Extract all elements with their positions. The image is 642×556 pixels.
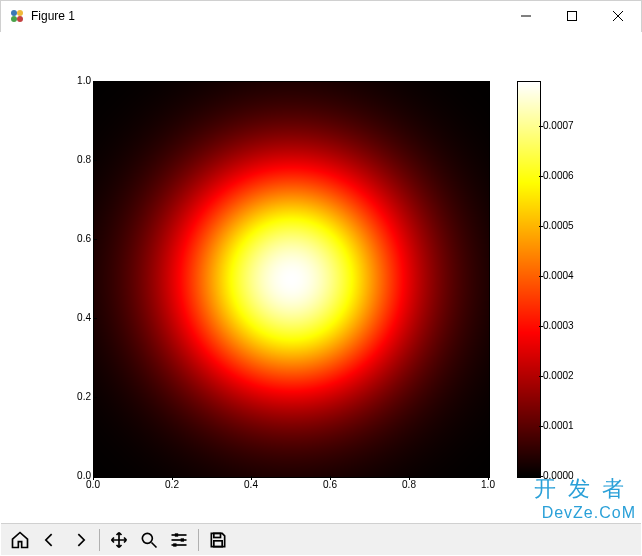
svg-rect-11 (175, 533, 178, 536)
y-tick-label: 1.0 (63, 75, 91, 86)
minimize-button[interactable] (503, 1, 549, 31)
home-icon (10, 530, 30, 550)
colorbar-tick-label: 0.0001 (543, 420, 574, 431)
y-tick-label: 0.8 (63, 154, 91, 165)
svg-rect-13 (181, 538, 184, 541)
minimize-icon (521, 11, 531, 21)
colorbar-tick-label: 0.0002 (543, 370, 574, 381)
window-title: Figure 1 (31, 9, 75, 23)
svg-rect-16 (214, 533, 221, 537)
colorbar-tick-label: 0.0005 (543, 220, 574, 231)
forward-icon (70, 530, 90, 550)
x-tick-label: 0.4 (231, 479, 271, 490)
svg-point-0 (11, 10, 17, 16)
figure-canvas: 0.00.20.40.60.81.0 0.00.20.40.60.81.0 0.… (1, 31, 641, 523)
window-buttons (503, 1, 641, 31)
sliders-icon (169, 530, 189, 550)
maximize-icon (567, 11, 577, 21)
nav-toolbar (1, 523, 641, 555)
app-icon (9, 8, 25, 24)
configure-button[interactable] (164, 526, 194, 554)
back-icon (40, 530, 60, 550)
colorbar-canvas (518, 82, 540, 477)
x-tick-label: 0.2 (152, 479, 192, 490)
home-button[interactable] (5, 526, 35, 554)
svg-point-2 (11, 16, 17, 22)
colorbar (517, 81, 541, 478)
colorbar-tick-label: 0.0006 (543, 170, 574, 181)
save-button[interactable] (203, 526, 233, 554)
svg-point-1 (17, 10, 23, 16)
zoom-icon (139, 530, 159, 550)
colorbar-tick-label: 0.0007 (543, 120, 574, 131)
svg-point-3 (17, 16, 23, 22)
svg-line-9 (152, 542, 157, 547)
svg-rect-17 (214, 540, 222, 546)
svg-point-8 (142, 533, 152, 543)
window-titlebar: Figure 1 (0, 0, 642, 32)
back-button[interactable] (35, 526, 65, 554)
x-tick-label: 0.8 (389, 479, 429, 490)
close-icon (613, 11, 623, 21)
x-tick-label: 1.0 (468, 479, 508, 490)
colorbar-tick-label: 0.0004 (543, 270, 574, 281)
svg-rect-5 (568, 12, 577, 21)
close-button[interactable] (595, 1, 641, 31)
heatmap-canvas (94, 82, 489, 477)
save-icon (208, 530, 228, 550)
y-tick-label: 0.4 (63, 312, 91, 323)
toolbar-separator (198, 529, 199, 551)
svg-rect-15 (173, 543, 176, 546)
x-tick-label: 0.6 (310, 479, 350, 490)
colorbar-tick-label: 0.0003 (543, 320, 574, 331)
y-tick-label: 0.0 (63, 470, 91, 481)
heatmap-plot[interactable] (93, 81, 490, 478)
pan-button[interactable] (104, 526, 134, 554)
toolbar-separator (99, 529, 100, 551)
y-tick-label: 0.6 (63, 233, 91, 244)
maximize-button[interactable] (549, 1, 595, 31)
y-tick-label: 0.2 (63, 391, 91, 402)
forward-button[interactable] (65, 526, 95, 554)
pan-icon (109, 530, 129, 550)
colorbar-tick-label: 0.0000 (543, 470, 574, 481)
zoom-button[interactable] (134, 526, 164, 554)
